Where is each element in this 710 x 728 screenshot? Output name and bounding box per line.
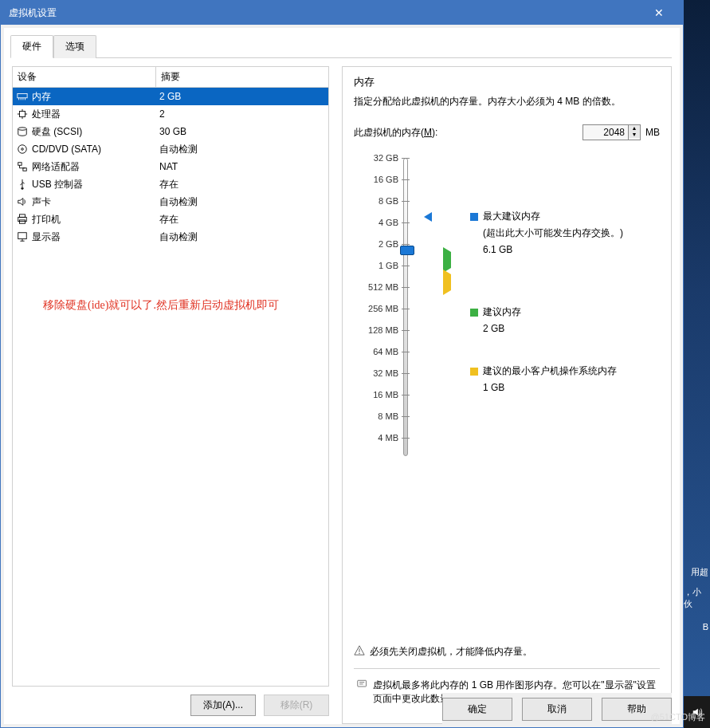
table-row[interactable]: 打印机存在 <box>13 211 328 228</box>
table-row[interactable]: 内存2 GB <box>13 88 328 105</box>
device-name: 内存 <box>32 90 51 104</box>
dialog-buttons: 确定 取消 帮助 <box>442 693 672 724</box>
right-pane: 内存 指定分配给此虚拟机的内存量。内存大小必须为 4 MB 的倍数。 此虚拟机的… <box>342 66 672 724</box>
window-title: 虚拟机设置 <box>9 6 643 20</box>
memory-title: 内存 <box>354 75 660 89</box>
device-summary: 2 GB <box>156 89 328 104</box>
header-summary[interactable]: 摘要 <box>156 67 328 87</box>
printer-icon <box>16 213 29 226</box>
svg-rect-14 <box>23 168 26 171</box>
tick-line <box>402 395 410 395</box>
svg-point-15 <box>22 187 24 190</box>
hardware-buttons: 添加(A)... 移除(R) <box>12 687 329 724</box>
tick-label: 1 GB <box>379 261 398 270</box>
memory-input-wrap: ▲ ▼ <box>583 124 641 140</box>
memory-icon <box>16 90 29 103</box>
memory-label-pre: 此虚拟机的内存( <box>354 127 424 138</box>
spinner-up-icon[interactable]: ▲ <box>629 125 640 132</box>
device-summary: 存在 <box>156 176 328 193</box>
tick-label: 16 MB <box>373 390 398 399</box>
tick-label: 128 MB <box>368 325 398 335</box>
memory-input[interactable] <box>583 125 628 140</box>
vm-settings-dialog: 虚拟机设置 ✕ 硬件 选项 设备 摘要 内存2 GB处理器2硬盘 (SCSI)3… <box>0 0 684 728</box>
svg-rect-13 <box>18 163 22 166</box>
display-icon <box>16 230 29 243</box>
svg-rect-5 <box>20 112 25 117</box>
warning-icon <box>354 645 365 656</box>
tick-line <box>402 266 410 266</box>
spinner-down-icon[interactable]: ▼ <box>629 132 640 138</box>
tick-line <box>402 244 410 245</box>
tick-label: 256 MB <box>368 304 398 313</box>
add-button[interactable]: 添加(A)... <box>190 695 256 716</box>
legend-rec-title: 建议内存 <box>483 306 521 317</box>
memory-slider[interactable] <box>403 158 408 456</box>
device-name: 声卡 <box>32 195 51 209</box>
slider-thumb[interactable] <box>400 246 414 255</box>
disk-icon <box>16 125 29 138</box>
svg-rect-19 <box>18 233 27 239</box>
memory-input-row: 此虚拟机的内存(M): ▲ ▼ MB <box>354 124 660 140</box>
ok-button[interactable]: 确定 <box>442 698 512 721</box>
remove-button: 移除(R) <box>264 695 329 716</box>
table-row[interactable]: USB 控制器存在 <box>13 175 328 193</box>
marker-max-icon <box>424 212 432 222</box>
sound-icon <box>16 195 29 208</box>
bg-text: ，小伙 <box>684 586 708 610</box>
cancel-button[interactable]: 取消 <box>522 698 592 721</box>
tick-line <box>402 352 410 352</box>
tick-label: 16 GB <box>374 175 398 184</box>
panes: 设备 摘要 内存2 GB处理器2硬盘 (SCSI)30 GBCD/DVD (SA… <box>12 58 672 724</box>
table-row[interactable]: CD/DVD (SATA)自动检测 <box>13 140 328 158</box>
device-name: 处理器 <box>32 108 61 121</box>
hardware-list[interactable]: 设备 摘要 内存2 GB处理器2硬盘 (SCSI)30 GBCD/DVD (SA… <box>12 66 329 687</box>
dialog-body: 硬件 选项 设备 摘要 内存2 GB处理器2硬盘 (SCSI)30 GBCD/D… <box>4 28 680 724</box>
square-yellow-icon <box>470 368 478 376</box>
device-summary: NAT <box>156 159 328 174</box>
tick-label: 32 MB <box>373 368 398 378</box>
square-blue-icon <box>470 213 478 221</box>
usb-icon <box>16 178 29 191</box>
device-summary: 存在 <box>156 211 328 228</box>
device-name: USB 控制器 <box>32 178 83 191</box>
header-device[interactable]: 设备 <box>13 67 156 87</box>
tick-label: 8 MB <box>378 411 398 421</box>
tick-line <box>402 309 410 309</box>
info-icon <box>357 679 367 691</box>
cpu-icon <box>16 108 29 120</box>
table-row[interactable]: 处理器2 <box>13 105 328 123</box>
tick-line <box>402 330 410 331</box>
desktop-background: 用超 ，小伙 B <box>684 0 710 728</box>
legend-min-value: 1 GB <box>470 380 653 395</box>
cd-icon <box>16 143 29 155</box>
legend-max-title: 最大建议内存 <box>483 211 540 222</box>
svg-rect-24 <box>358 680 367 687</box>
svg-rect-16 <box>20 214 25 218</box>
legend-rec: 建议内存 2 GB <box>470 305 653 336</box>
svg-point-11 <box>18 145 27 154</box>
memory-label-key: M <box>424 127 432 138</box>
tick-line <box>402 287 410 288</box>
table-row[interactable]: 网络适配器NAT <box>13 158 328 175</box>
tab-options[interactable]: 选项 <box>53 35 96 58</box>
table-row[interactable]: 显示器自动检测 <box>13 228 328 246</box>
marker-min-icon <box>443 270 473 295</box>
close-icon[interactable]: ✕ <box>643 1 675 25</box>
memory-spinner[interactable]: ▲ ▼ <box>628 125 640 140</box>
device-name: 硬盘 (SCSI) <box>32 125 82 139</box>
left-pane: 设备 摘要 内存2 GB处理器2硬盘 (SCSI)30 GBCD/DVD (SA… <box>12 66 329 724</box>
watermark: @51CTO博客 <box>651 711 705 723</box>
device-name: CD/DVD (SATA) <box>32 144 101 155</box>
svg-point-23 <box>359 653 359 654</box>
memory-description: 指定分配给此虚拟机的内存量。内存大小必须为 4 MB 的倍数。 <box>354 94 660 108</box>
device-summary: 自动检测 <box>156 141 328 158</box>
table-row[interactable]: 声卡自动检测 <box>13 193 328 211</box>
device-name: 打印机 <box>32 213 61 226</box>
table-row[interactable]: 硬盘 (SCSI)30 GB <box>13 123 328 140</box>
tab-hardware[interactable]: 硬件 <box>10 35 53 58</box>
tick-label: 512 MB <box>368 282 398 292</box>
slider-column: 32 GB16 GB8 GB4 GB2 GB1 GB512 MB256 MB12… <box>354 153 410 639</box>
hardware-header: 设备 摘要 <box>13 67 328 88</box>
legend-min: 建议的最小客户机操作系统内存 1 GB <box>470 364 653 395</box>
device-summary: 30 GB <box>156 124 328 139</box>
